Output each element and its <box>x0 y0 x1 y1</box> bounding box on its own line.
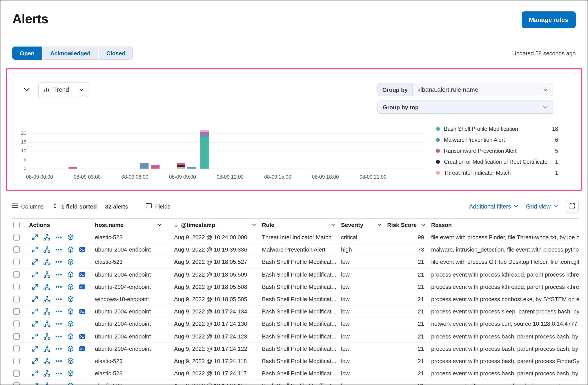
expand-icon[interactable] <box>31 271 38 278</box>
grid-view-button[interactable]: Grid view <box>526 203 558 210</box>
analyze-event-icon[interactable] <box>43 333 50 340</box>
column-header-timestamp[interactable]: @timestamp <box>168 219 262 231</box>
tab-open[interactable]: Open <box>12 47 42 60</box>
expand-icon[interactable] <box>31 358 38 365</box>
expand-icon[interactable] <box>31 259 38 266</box>
expand-icon[interactable] <box>31 321 38 327</box>
analyze-event-icon[interactable] <box>43 296 50 303</box>
row-checkbox[interactable] <box>13 308 20 315</box>
osquery-icon[interactable] <box>67 234 74 241</box>
expand-icon[interactable] <box>31 382 38 385</box>
row-checkbox[interactable] <box>13 333 20 340</box>
row-checkbox[interactable] <box>13 370 20 377</box>
fields-button[interactable]: Fields <box>146 202 170 210</box>
more-actions-icon[interactable] <box>55 308 62 315</box>
more-actions-icon[interactable] <box>55 259 62 266</box>
legend-item[interactable]: Bash Shell Profile Modification18 <box>436 123 558 134</box>
expand-icon[interactable] <box>31 345 38 352</box>
osquery-icon[interactable] <box>67 308 74 315</box>
additional-filters-button[interactable]: Additional filters <box>469 203 519 210</box>
select-all-checkbox[interactable] <box>13 221 20 228</box>
chart-bar[interactable] <box>140 163 148 169</box>
columns-button[interactable]: Columns <box>11 202 44 210</box>
session-view-icon[interactable] <box>79 345 86 352</box>
row-checkbox[interactable] <box>13 259 20 265</box>
expand-icon[interactable] <box>31 370 38 377</box>
column-header-actions[interactable]: Actions <box>29 219 95 231</box>
row-checkbox[interactable] <box>13 296 20 303</box>
analyze-event-icon[interactable] <box>43 234 50 241</box>
analyze-event-icon[interactable] <box>43 382 50 385</box>
more-actions-icon[interactable] <box>55 358 62 365</box>
legend-item[interactable]: Creation or Modification of Root Certifi… <box>436 156 558 167</box>
more-actions-icon[interactable] <box>55 271 62 278</box>
row-checkbox[interactable] <box>13 358 20 364</box>
osquery-icon[interactable] <box>67 345 74 352</box>
analyze-event-icon[interactable] <box>43 259 50 266</box>
legend-item[interactable]: Ransomware Prevention Alert5 <box>436 145 558 156</box>
sort-fields-button[interactable]: 1 field sorted <box>52 203 97 210</box>
analyze-event-icon[interactable] <box>43 283 50 290</box>
osquery-icon[interactable] <box>67 382 74 385</box>
fullscreen-button[interactable] <box>566 200 579 213</box>
osquery-icon[interactable] <box>67 358 74 365</box>
more-actions-icon[interactable] <box>55 345 62 352</box>
expand-icon[interactable] <box>31 234 38 241</box>
tab-closed[interactable]: Closed <box>99 47 133 60</box>
row-checkbox[interactable] <box>13 383 20 385</box>
legend-item[interactable]: Threat Intel Indicator Match1 <box>436 167 558 178</box>
osquery-icon[interactable] <box>67 271 74 278</box>
row-checkbox[interactable] <box>13 234 20 241</box>
more-actions-icon[interactable] <box>55 382 62 385</box>
more-actions-icon[interactable] <box>55 246 62 253</box>
analyze-event-icon[interactable] <box>43 321 50 327</box>
column-header-rule[interactable]: Rule <box>262 219 341 231</box>
session-view-icon[interactable] <box>79 308 86 315</box>
session-view-icon[interactable] <box>79 283 86 290</box>
row-checkbox[interactable] <box>13 284 20 290</box>
chart-bar[interactable] <box>69 167 77 169</box>
session-view-icon[interactable] <box>79 333 86 340</box>
osquery-icon[interactable] <box>67 370 74 377</box>
column-header-reason[interactable]: Reason <box>431 219 579 231</box>
legend-item[interactable]: Malware Prevention Alert6 <box>436 134 558 145</box>
session-view-icon[interactable] <box>79 271 86 278</box>
more-actions-icon[interactable] <box>55 296 62 303</box>
analyze-event-icon[interactable] <box>43 345 50 352</box>
column-header-host-name[interactable]: host.name <box>95 219 168 231</box>
osquery-icon[interactable] <box>67 283 74 290</box>
more-actions-icon[interactable] <box>55 234 62 241</box>
column-header-severity[interactable]: Severity <box>341 219 387 231</box>
osquery-icon[interactable] <box>67 246 74 253</box>
row-checkbox[interactable] <box>13 271 20 278</box>
osquery-icon[interactable] <box>67 333 74 340</box>
expand-icon[interactable] <box>31 333 38 340</box>
more-actions-icon[interactable] <box>55 333 62 340</box>
expand-icon[interactable] <box>31 308 38 315</box>
expand-icon[interactable] <box>31 296 38 303</box>
chart-bar[interactable] <box>177 163 185 169</box>
osquery-icon[interactable] <box>67 321 74 327</box>
analyze-event-icon[interactable] <box>43 246 50 253</box>
more-actions-icon[interactable] <box>55 321 62 327</box>
chart-bar[interactable] <box>201 130 209 169</box>
osquery-icon[interactable] <box>67 259 74 266</box>
analyze-event-icon[interactable] <box>43 358 50 365</box>
analyze-event-icon[interactable] <box>43 370 50 377</box>
more-actions-icon[interactable] <box>55 370 62 377</box>
column-header-risk-score[interactable]: Risk Score <box>387 219 431 231</box>
chart-bar[interactable] <box>187 167 195 169</box>
expand-icon[interactable] <box>31 283 38 290</box>
row-checkbox[interactable] <box>13 247 20 253</box>
row-checkbox[interactable] <box>13 346 20 352</box>
analyze-event-icon[interactable] <box>43 308 50 315</box>
chart-bar[interactable] <box>151 165 160 169</box>
expand-icon[interactable] <box>31 246 38 253</box>
osquery-icon[interactable] <box>67 296 74 303</box>
analyze-event-icon[interactable] <box>43 271 50 278</box>
row-checkbox[interactable] <box>13 321 20 327</box>
manage-rules-button[interactable]: Manage rules <box>522 11 576 28</box>
tab-acknowledged[interactable]: Acknowledged <box>43 47 98 60</box>
session-view-icon[interactable] <box>79 246 86 253</box>
more-actions-icon[interactable] <box>55 283 62 290</box>
